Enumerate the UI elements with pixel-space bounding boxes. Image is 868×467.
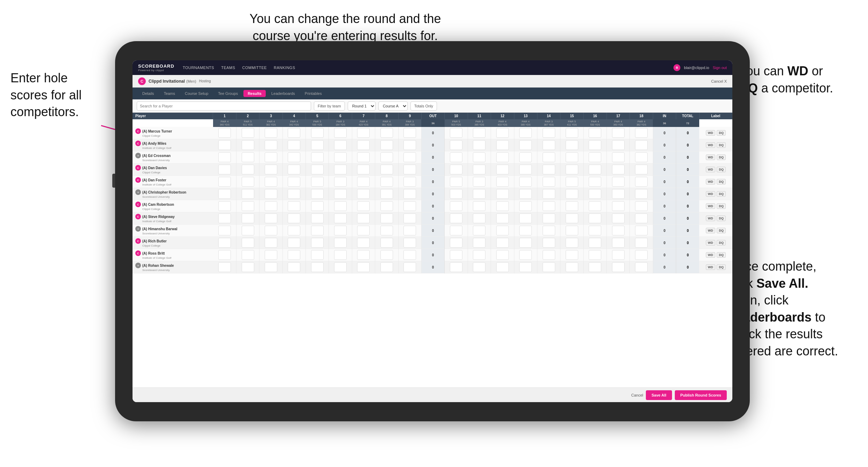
score-input-h1[interactable] — [218, 226, 231, 235]
dq-button[interactable]: DQ — [717, 155, 726, 160]
score-input-h6[interactable] — [334, 238, 347, 248]
score-input-h16[interactable] — [589, 226, 601, 235]
score-input-h15[interactable] — [566, 165, 578, 174]
score-input-h7[interactable] — [357, 140, 370, 150]
score-input-h12[interactable] — [496, 262, 509, 272]
score-input-h15[interactable] — [566, 226, 578, 235]
dq-button[interactable]: DQ — [717, 142, 726, 148]
dq-button[interactable]: DQ — [717, 216, 726, 221]
score-input-h16[interactable] — [589, 189, 601, 199]
score-input-h11[interactable] — [473, 152, 485, 162]
wd-button[interactable]: WD — [706, 191, 715, 197]
score-input-h1[interactable] — [218, 177, 231, 187]
score-input-h18[interactable] — [635, 238, 648, 248]
tab-leaderboards[interactable]: Leaderboards — [267, 90, 299, 97]
score-input-h2[interactable] — [242, 262, 254, 272]
score-input-h3[interactable] — [265, 152, 277, 162]
score-input-h18[interactable] — [635, 213, 648, 223]
search-input[interactable] — [137, 101, 311, 111]
dq-button[interactable]: DQ — [717, 191, 726, 197]
score-input-h5[interactable] — [311, 250, 324, 260]
score-input-h15[interactable] — [566, 177, 578, 187]
score-input-h13[interactable] — [519, 213, 532, 223]
score-input-h4[interactable] — [288, 262, 300, 272]
score-input-h13[interactable] — [519, 250, 532, 260]
score-input-h13[interactable] — [519, 226, 532, 235]
score-input-h10[interactable] — [450, 213, 462, 223]
score-input-h18[interactable] — [635, 189, 648, 199]
score-input-h17[interactable] — [612, 250, 625, 260]
score-input-h10[interactable] — [450, 165, 462, 174]
score-input-h14[interactable] — [543, 177, 555, 187]
score-input-h2[interactable] — [242, 165, 254, 174]
score-input-h9[interactable] — [403, 213, 416, 223]
score-input-h8[interactable] — [380, 165, 393, 174]
score-input-h2[interactable] — [242, 189, 254, 199]
wd-button[interactable]: WD — [706, 142, 715, 148]
score-input-h11[interactable] — [473, 189, 485, 199]
score-input-h12[interactable] — [496, 189, 509, 199]
score-input-h1[interactable] — [218, 140, 231, 150]
score-input-h8[interactable] — [380, 189, 393, 199]
cancel-button[interactable]: Cancel X — [711, 79, 727, 83]
dq-button[interactable]: DQ — [717, 228, 726, 233]
tab-results[interactable]: Results — [243, 90, 266, 97]
score-input-h1[interactable] — [218, 201, 231, 211]
score-input-h9[interactable] — [403, 189, 416, 199]
score-input-h8[interactable] — [380, 152, 393, 162]
score-input-h10[interactable] — [450, 201, 462, 211]
score-input-h11[interactable] — [473, 226, 485, 235]
score-input-h6[interactable] — [334, 189, 347, 199]
score-input-h4[interactable] — [288, 238, 300, 248]
score-input-h16[interactable] — [589, 165, 601, 174]
score-input-h6[interactable] — [334, 177, 347, 187]
score-input-h11[interactable] — [473, 250, 485, 260]
tab-teams[interactable]: Teams — [160, 90, 179, 97]
score-input-h3[interactable] — [265, 213, 277, 223]
score-input-h11[interactable] — [473, 177, 485, 187]
score-input-h13[interactable] — [519, 201, 532, 211]
score-input-h8[interactable] — [380, 238, 393, 248]
score-input-h2[interactable] — [242, 201, 254, 211]
score-input-h10[interactable] — [450, 152, 462, 162]
score-input-h7[interactable] — [357, 189, 370, 199]
score-input-h15[interactable] — [566, 140, 578, 150]
score-input-h11[interactable] — [473, 140, 485, 150]
score-input-h5[interactable] — [311, 189, 324, 199]
score-input-h5[interactable] — [311, 165, 324, 174]
wd-button[interactable]: WD — [706, 203, 715, 209]
score-input-h12[interactable] — [496, 213, 509, 223]
score-input-h11[interactable] — [473, 262, 485, 272]
score-input-h1[interactable] — [218, 262, 231, 272]
sign-out-link[interactable]: Sign out — [713, 66, 727, 70]
publish-round-scores-button[interactable]: Publish Round Scores — [675, 390, 727, 400]
score-input-h17[interactable] — [612, 177, 625, 187]
score-input-h1[interactable] — [218, 189, 231, 199]
score-input-h17[interactable] — [612, 128, 625, 138]
score-input-h16[interactable] — [589, 128, 601, 138]
score-input-h18[interactable] — [635, 177, 648, 187]
score-input-h8[interactable] — [380, 226, 393, 235]
score-input-h7[interactable] — [357, 226, 370, 235]
nav-link-teams[interactable]: TEAMS — [221, 66, 235, 70]
score-input-h4[interactable] — [288, 128, 300, 138]
score-input-h14[interactable] — [543, 128, 555, 138]
wd-button[interactable]: WD — [706, 240, 715, 246]
score-input-h12[interactable] — [496, 238, 509, 248]
score-input-h12[interactable] — [496, 152, 509, 162]
score-input-h7[interactable] — [357, 238, 370, 248]
score-input-h3[interactable] — [265, 226, 277, 235]
wd-button[interactable]: WD — [706, 167, 715, 172]
wd-button[interactable]: WD — [706, 130, 715, 136]
score-input-h13[interactable] — [519, 128, 532, 138]
score-input-h17[interactable] — [612, 213, 625, 223]
score-input-h11[interactable] — [473, 165, 485, 174]
score-input-h3[interactable] — [265, 262, 277, 272]
score-input-h4[interactable] — [288, 177, 300, 187]
score-input-h6[interactable] — [334, 152, 347, 162]
score-input-h15[interactable] — [566, 250, 578, 260]
score-input-h9[interactable] — [403, 177, 416, 187]
score-input-h14[interactable] — [543, 201, 555, 211]
score-input-h5[interactable] — [311, 262, 324, 272]
save-all-button[interactable]: Save All — [646, 390, 672, 400]
